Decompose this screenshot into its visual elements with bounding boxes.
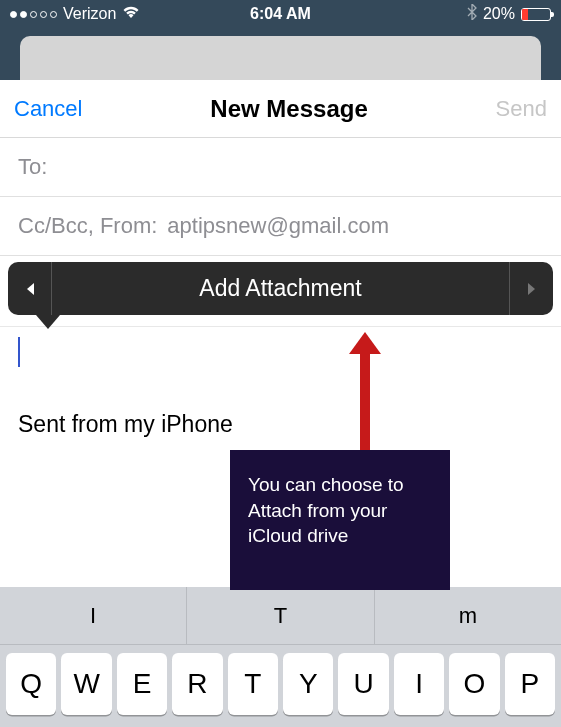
- ccbcc-label: Cc/Bcc, From:: [18, 213, 157, 239]
- cancel-button[interactable]: Cancel: [14, 96, 82, 122]
- bluetooth-icon: [467, 4, 477, 24]
- status-bar: Verizon 6:04 AM 20%: [0, 0, 561, 28]
- keyboard: I T m Q W E R T Y U I O P: [0, 587, 561, 727]
- clock: 6:04 AM: [190, 5, 370, 23]
- message-body[interactable]: Sent from my iPhone: [0, 327, 561, 456]
- add-attachment-button[interactable]: Add Attachment: [52, 275, 509, 302]
- from-value: aptipsnew@gmail.com: [167, 213, 389, 239]
- menu-next-button[interactable]: [509, 262, 553, 315]
- key[interactable]: Y: [283, 653, 333, 715]
- carrier-label: Verizon: [63, 5, 116, 23]
- battery-pct: 20%: [483, 5, 515, 23]
- key[interactable]: P: [505, 653, 555, 715]
- key[interactable]: W: [61, 653, 111, 715]
- text-cursor: [18, 337, 20, 367]
- key[interactable]: U: [338, 653, 388, 715]
- page-title: New Message: [210, 95, 367, 123]
- key-row: Q W E R T Y U I O P: [0, 645, 561, 727]
- prediction-bar: I T m: [0, 587, 561, 645]
- signal-dots-icon: [10, 11, 57, 18]
- annotation-text: You can choose to Attach from your iClou…: [248, 474, 404, 546]
- annotation-callout: You can choose to Attach from your iClou…: [230, 450, 450, 590]
- context-menu: Add Attachment: [8, 262, 553, 315]
- wifi-icon: [122, 5, 140, 23]
- prediction-suggestion[interactable]: T: [187, 587, 374, 644]
- ccbcc-from-field[interactable]: Cc/Bcc, From: aptipsnew@gmail.com: [0, 197, 561, 256]
- annotation-arrow-icon: [345, 330, 385, 470]
- key[interactable]: Q: [6, 653, 56, 715]
- prediction-suggestion[interactable]: m: [375, 587, 561, 644]
- to-label: To:: [18, 154, 47, 180]
- key[interactable]: I: [394, 653, 444, 715]
- key[interactable]: T: [228, 653, 278, 715]
- signature-text: Sent from my iPhone: [18, 411, 543, 438]
- key[interactable]: E: [117, 653, 167, 715]
- key[interactable]: O: [449, 653, 499, 715]
- sheet-backdrop: [20, 36, 541, 80]
- to-field[interactable]: To:: [0, 138, 561, 197]
- key[interactable]: R: [172, 653, 222, 715]
- navbar: Cancel New Message Send: [0, 80, 561, 138]
- menu-prev-button[interactable]: [8, 262, 52, 315]
- prediction-suggestion[interactable]: I: [0, 587, 187, 644]
- send-button[interactable]: Send: [496, 96, 547, 122]
- battery-icon: [521, 8, 551, 21]
